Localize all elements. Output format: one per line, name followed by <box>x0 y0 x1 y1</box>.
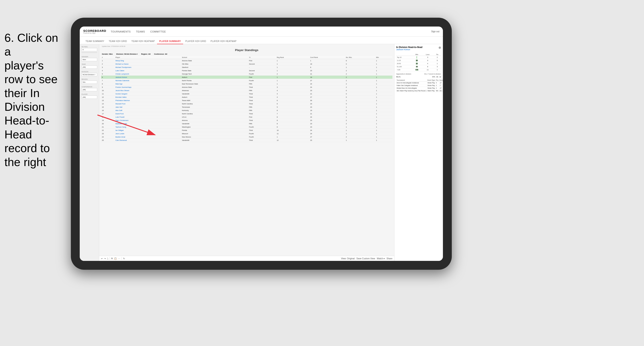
cell-yr: Third <box>248 139 276 142</box>
nav-teams[interactable]: TEAMS <box>136 29 145 34</box>
cell-player[interactable]: Jack Lundin <box>114 132 181 135</box>
table-row[interactable]: 23 Jack Lundin Missouri Fourth 11 24 1 1 <box>101 132 392 135</box>
table-row[interactable]: 10 Jacob Mou Olesen Arkansas Fifth 4 23 … <box>101 89 392 92</box>
cell-player[interactable]: Maxwell Ford <box>114 102 181 105</box>
cell-player[interactable]: Wenyi Ding <box>114 59 181 62</box>
cell-win: 1 <box>375 72 392 76</box>
table-row[interactable]: 22 Ian Gilligan Florida Third 10 24 1 1 <box>101 129 392 132</box>
cell-rank: 20 <box>101 122 114 125</box>
filter-year-value[interactable]: (All) <box>82 65 97 69</box>
cell-school: Georgia Tech <box>181 72 248 76</box>
table-row[interactable]: 8 Mats Ege East Tennessee State Fifth 1 … <box>101 82 392 86</box>
table-row[interactable]: 2 Michael La Sasso Ole Miss Second 1 18 … <box>101 62 392 66</box>
filter-player-value[interactable]: (All) <box>82 96 97 99</box>
cell-win: 1 <box>375 122 392 125</box>
cell-player[interactable]: Jake Hall <box>114 105 181 109</box>
watch-btn[interactable]: Watch ▾ <box>377 257 385 260</box>
table-row[interactable]: 16 Alex Goff Kentucky Fifth 8 19 0 1 <box>101 109 392 112</box>
share-btn[interactable]: Share <box>386 257 392 260</box>
filter-slider[interactable] <box>82 52 97 53</box>
cell-player[interactable]: Christo Lamprecht <box>114 72 181 76</box>
table-row[interactable]: 11 Gordon Sargent Vanderbilt Third 4 21 … <box>101 92 392 96</box>
table-row[interactable]: 1 Wenyi Ding Arizona State First 1 1 6 1 <box>101 59 392 62</box>
cell-player[interactable]: Preston Summerhays <box>114 86 181 89</box>
tab-team-summary[interactable]: TEAM SUMMARY <box>83 39 106 44</box>
cell-player[interactable]: Nicholas Gabrelcik <box>114 79 181 82</box>
more-btn[interactable]: ⋯ <box>118 257 120 260</box>
table-row[interactable]: 9 Preston Summerhays Arizona State Third… <box>101 86 392 89</box>
cell-yr: Fifth <box>248 89 276 92</box>
cell-player[interactable]: Ian Gilligan <box>114 129 181 132</box>
table-row[interactable]: 18 Luke Powell UCLA First 8 24 1 1 <box>101 115 392 119</box>
tab-player-h2h-grid[interactable]: PLAYER H2H GRID <box>183 39 208 44</box>
cell-player[interactable]: Bastien Amat <box>114 135 181 139</box>
redo-btn[interactable]: ↪ <box>104 257 106 260</box>
cell-win: 1 <box>375 139 392 142</box>
cell-player[interactable]: Matthew Riedel <box>114 122 181 125</box>
table-row[interactable]: 12 Brendan Valles Auburn Third 4 27 0 1 <box>101 96 392 99</box>
cell-school: East Tennessee State <box>181 82 248 86</box>
cell-player[interactable]: Cole Sherwood <box>114 139 181 142</box>
filter-gender-value[interactable]: Men <box>82 58 97 61</box>
cell-player[interactable]: Taehoon Song <box>114 125 181 129</box>
cell-player[interactable]: Tiger Christensen <box>114 119 181 122</box>
filter-region-value[interactable]: N/a <box>82 80 97 84</box>
cell-rank: 8 <box>101 82 114 86</box>
cell-player[interactable]: Michael Thorbjornsen <box>114 66 181 69</box>
table-row[interactable]: 3 Michael Thorbjornsen Stanford - 1 8 1 … <box>101 66 392 69</box>
tournament-header-row: Tournament Event Type Pos Score <box>396 79 443 82</box>
col-no-rds: No. Rds. <box>345 56 375 59</box>
close-h2h-btn[interactable]: ⊗ <box>438 46 441 49</box>
cell-player[interactable]: Brendan Valles <box>114 96 181 99</box>
cell-yr: - <box>248 66 276 69</box>
cell-player[interactable]: Jacob Mou Olesen <box>114 89 181 92</box>
table-row[interactable]: 6 Jackson Koivun Auburn First 1 18 2 1 <box>101 76 392 79</box>
cell-win: 1 <box>375 99 392 102</box>
table-row[interactable]: 25 Cole Sherwood Vanderbilt Third 12 23 … <box>101 139 392 142</box>
filters-panel: No Rds. 6 Gender Men Year (All) Division… <box>80 44 99 261</box>
cell-reg-rank: 1 <box>276 69 310 72</box>
tab-player-h2h-heatmap[interactable]: PLAYER H2H HEATMAP <box>208 39 239 44</box>
cell-player[interactable]: Michael La Sasso <box>114 62 181 66</box>
cell-player[interactable]: Luke Claton <box>114 69 181 72</box>
nav-tournaments[interactable]: TOURNAMENTS <box>111 29 131 34</box>
table-row[interactable]: 15 Jake Hall Tennessee Fifth 5 23 1 1 <box>101 105 392 109</box>
sign-out[interactable]: Sign out <box>431 30 439 33</box>
copy-btn[interactable]: ⧉ <box>111 257 113 260</box>
h2h-win: 578 <box>412 68 422 71</box>
cell-player[interactable]: Mats Ege <box>114 82 181 86</box>
filter-division-value[interactable]: NCAA Division I <box>82 73 97 76</box>
table-row[interactable]: 24 Bastien Amat New Mexico Fourth 1 27 2… <box>101 135 392 139</box>
nav-committee[interactable]: COMMITTEE <box>150 29 166 34</box>
undo-btn[interactable]: ↩ <box>101 257 103 260</box>
table-row[interactable]: 14 Maxwell Ford North Carolina Third 6 2… <box>101 102 392 105</box>
tab-team-h2h-grid[interactable]: TEAM H2H GRID <box>106 39 129 44</box>
filter-region-label: Region <box>82 78 97 80</box>
filter-conference-value[interactable]: (All) <box>82 88 97 91</box>
cell-player[interactable]: Phichaksn Maichon <box>114 99 181 102</box>
cell-player[interactable]: David Ford <box>114 112 181 115</box>
save-custom-btn[interactable]: Save Custom View <box>356 257 375 260</box>
table-row[interactable]: 19 Tiger Christensen Arizona Third 8 23 … <box>101 119 392 122</box>
table-row[interactable]: 4 Luke Claton Florida State Second 1 23 … <box>101 69 392 72</box>
cell-no-rds: 2 <box>345 119 375 122</box>
table-row[interactable]: 13 Phichaksn Maichon Texas A&M Third 6 3… <box>101 99 392 102</box>
table-row[interactable]: 21 Taehoon Song Washington Fourth 6 23 1… <box>101 125 392 129</box>
cell-player[interactable]: Gordon Sargent <box>114 92 181 96</box>
cell-player[interactable]: Alex Goff <box>114 109 181 112</box>
cell-win: 1 <box>375 135 392 139</box>
tab-player-summary[interactable]: PLAYER SUMMARY <box>157 39 183 44</box>
paste-btn[interactable]: 📋 <box>114 257 117 260</box>
table-row[interactable]: 20 Matthew Riedel Vanderbilt Fifth 8 23 … <box>101 122 392 125</box>
table-row[interactable]: 5 Christo Lamprecht Georgia Tech Fourth … <box>101 72 392 76</box>
tab-team-h2h-heatmap[interactable]: TEAM H2H HEATMAP <box>129 39 157 44</box>
table-row[interactable]: 17 David Ford North Carolina Third 7 21 … <box>101 112 392 115</box>
refresh-btn[interactable]: ↻ <box>123 257 125 260</box>
view-original-btn[interactable]: View: Original <box>341 257 355 260</box>
cell-player[interactable]: Jackson Koivun <box>114 76 181 79</box>
cell-player[interactable]: Luke Powell <box>114 115 181 119</box>
table-row[interactable]: 7 Nicholas Gabrelcik North Florida Fourt… <box>101 79 392 82</box>
cell-win: 1 <box>375 62 392 66</box>
cell-win: 1 <box>375 96 392 99</box>
forward-btn[interactable]: ⤵ <box>107 257 108 260</box>
